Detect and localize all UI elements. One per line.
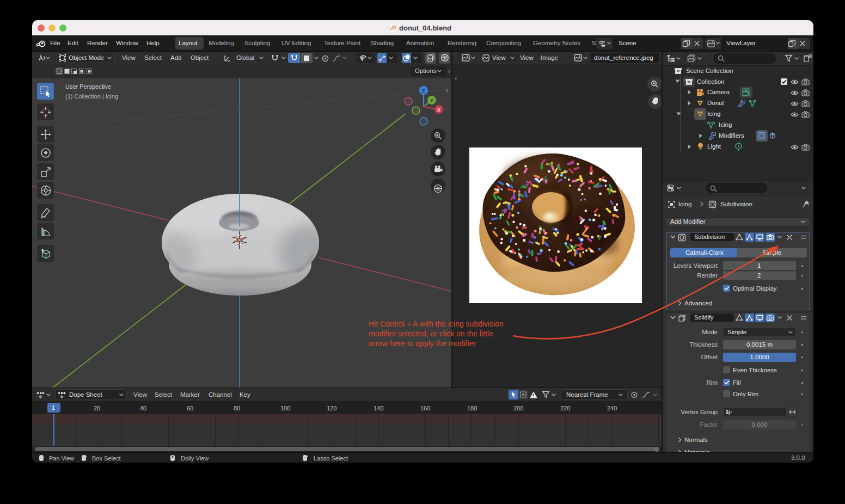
svg-text:Z: Z <box>422 88 425 94</box>
svg-text:X: X <box>437 107 441 113</box>
svg-text:Y: Y <box>430 97 434 103</box>
